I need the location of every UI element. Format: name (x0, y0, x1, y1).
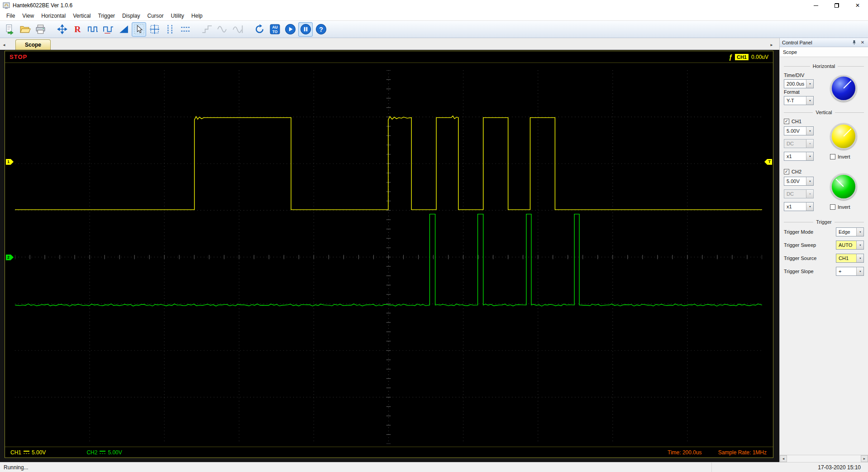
scope-display[interactable] (15, 70, 762, 444)
dropdown-arrow-icon (806, 127, 813, 135)
menu-item-vertical[interactable]: Vertical (69, 12, 94, 20)
time-div-select[interactable]: 200.0us (784, 79, 814, 88)
square-wave-icon[interactable] (86, 22, 100, 37)
maximize-button[interactable] (826, 0, 847, 11)
ch1-invert-checkbox[interactable] (830, 154, 835, 159)
ch1-readout: CH1 5.00V (10, 449, 46, 456)
menu-item-cursor[interactable]: Cursor (143, 12, 167, 20)
menu-item-file[interactable]: File (3, 12, 19, 20)
control-panel-subtitle: Scope (780, 47, 868, 57)
scrollbar-right-button[interactable]: ► (861, 455, 868, 462)
trigger-level-icon: ƒ (729, 53, 732, 61)
refresh-icon[interactable] (252, 22, 267, 37)
control-panel-title: Control Panel (782, 40, 849, 45)
sine-wave-arrow-icon[interactable] (230, 22, 245, 37)
grid-icon[interactable] (147, 22, 162, 37)
fit-screen-icon[interactable] (55, 22, 69, 37)
ch2-invert-checkbox[interactable] (830, 204, 835, 210)
menu-item-help[interactable]: Help (188, 12, 206, 20)
auto-setup-icon[interactable]: AUTO (267, 22, 282, 37)
dropdown-arrow-icon (806, 140, 813, 148)
step-wave-icon[interactable] (200, 22, 214, 37)
open-folder-icon[interactable] (18, 22, 32, 37)
trigger-slope-select[interactable]: + (836, 267, 864, 276)
ch1-volts-select[interactable]: 5.00V (784, 126, 814, 135)
trigger-mode-select[interactable]: Edge (836, 227, 864, 236)
sine-wave-icon[interactable] (215, 22, 229, 37)
print-icon[interactable] (33, 22, 48, 37)
ch1-coupling-select[interactable]: DC (784, 139, 814, 148)
menu-item-view[interactable]: View (19, 12, 38, 20)
select-cursor-icon[interactable] (132, 22, 146, 37)
ch1-position-knob[interactable] (830, 123, 857, 149)
dropdown-arrow-icon (806, 80, 813, 88)
knob-pointer (843, 128, 851, 136)
pause-icon[interactable] (298, 22, 313, 37)
scrollbar-left-button[interactable]: ◄ (780, 455, 787, 462)
ch2-ground-marker[interactable]: 2 (6, 255, 14, 260)
trigger-mode-value: Edge (839, 229, 850, 235)
format-select[interactable]: Y-T (784, 96, 814, 105)
scope-panel: STOP ƒ CH1 0.00uV 1 2 T (0, 50, 779, 462)
knob-pointer (835, 178, 844, 187)
ch1-enable-checkbox[interactable]: ✓ (784, 119, 789, 124)
ch2-coupling-select[interactable]: DC (784, 189, 814, 198)
record-r-icon[interactable]: R (70, 22, 85, 37)
dropdown-arrow-icon (806, 202, 813, 211)
minimize-icon (814, 5, 818, 6)
ch2-volts-select[interactable]: 5.00V (784, 177, 814, 186)
trigger-level-value: 0.00uV (751, 54, 768, 60)
ch1-coupling-value: DC (787, 141, 794, 146)
horizontal-position-knob[interactable] (830, 75, 857, 101)
timebase-readout: Time: 200.0us (668, 449, 702, 456)
ch2-invert-label: Invert (838, 204, 850, 210)
menu-item-trigger[interactable]: Trigger (95, 12, 119, 20)
tab-scroll-left-button[interactable]: ◄ (0, 40, 8, 49)
trigger-level-marker[interactable]: T (764, 159, 772, 165)
ch2-probe-select[interactable]: x1 (784, 202, 814, 211)
trigger-source-select[interactable]: CH1 (836, 254, 864, 263)
help-icon[interactable]: ? (314, 22, 328, 37)
title-bar: Hantek6022BE Ver 1.0.6 ✕ (0, 0, 868, 11)
dropdown-arrow-icon (806, 177, 813, 185)
vertical-cursors-icon[interactable] (162, 22, 177, 37)
menu-item-display[interactable]: Display (119, 12, 143, 20)
menu-item-utility[interactable]: Utility (167, 12, 187, 20)
control-panel-scrollbar[interactable]: ◄ ► (780, 455, 868, 462)
ch1-volts-per-div: 5.00V (32, 449, 46, 456)
dropdown-arrow-icon (856, 241, 863, 249)
square-wave-edges-icon[interactable] (101, 22, 115, 37)
ch2-probe-value: x1 (787, 204, 792, 209)
ch1-probe-select[interactable]: x1 (784, 152, 814, 161)
trigger-sweep-label: Trigger Sweep (784, 242, 836, 248)
trigger-source-label: Trigger Source (784, 255, 836, 261)
open-file-icon[interactable] (2, 22, 17, 37)
minimize-button[interactable] (806, 0, 826, 11)
dropdown-arrow-icon (806, 152, 813, 160)
tab-scroll-right-button[interactable]: ► (768, 40, 776, 49)
app-icon (3, 2, 10, 9)
svg-text:R: R (74, 24, 81, 34)
tab-scope[interactable]: Scope (15, 39, 51, 50)
trigger-sweep-select[interactable]: AUTO (836, 241, 864, 250)
ch2-label: CH2 (792, 169, 801, 174)
restore-icon (835, 3, 839, 8)
control-panel-header: Control Panel ✕ (780, 38, 868, 47)
ch1-ground-marker[interactable]: 1 (6, 159, 14, 165)
trigger-sweep-value: AUTO (839, 242, 852, 248)
horizontal-cursors-icon[interactable] (178, 22, 192, 37)
panel-close-icon[interactable]: ✕ (859, 39, 866, 46)
trigger-readout: ƒ CH1 0.00uV (729, 53, 768, 61)
time-div-label: Time/DIV (784, 72, 823, 78)
ch2-enable-checkbox[interactable]: ✓ (784, 169, 789, 174)
pin-icon[interactable] (851, 39, 857, 46)
tab-scope-label: Scope (25, 42, 41, 48)
panel-mode-label: Scope (783, 49, 797, 55)
ramp-icon[interactable] (116, 22, 131, 37)
acquisition-status: STOP (10, 53, 27, 60)
close-button[interactable]: ✕ (847, 0, 868, 11)
start-icon[interactable] (283, 22, 297, 37)
ch2-position-knob[interactable] (830, 173, 857, 200)
dropdown-arrow-icon (856, 254, 863, 262)
menu-item-horizontal[interactable]: Horizontal (38, 12, 69, 20)
